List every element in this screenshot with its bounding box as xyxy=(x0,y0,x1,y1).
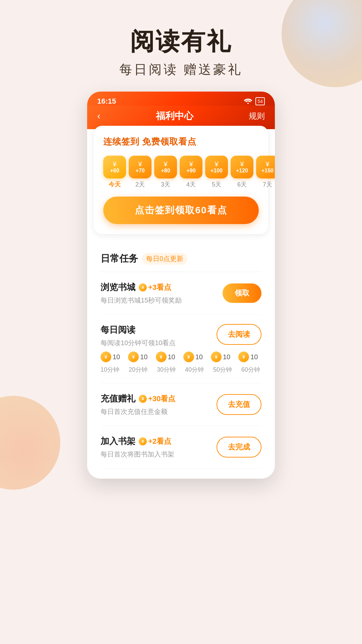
wifi-icon xyxy=(243,97,253,106)
coin-amount-5: +100 xyxy=(210,168,223,173)
day-label-6: 6天 xyxy=(237,180,247,189)
tasks-section: 日常任务 每日0点更新 浏览书城 ¥ +3看点 每日浏览书城15秒可领奖励 领取 xyxy=(87,243,275,479)
day-item-6: ¥ +120 6天 xyxy=(231,156,253,189)
signin-title: 连续签到 免费领取看点 xyxy=(103,136,259,148)
coin-badge-4: ¥ +90 xyxy=(180,156,202,178)
task-coin-shelf: ¥ +2看点 xyxy=(139,436,171,446)
coin-badge-3: ¥ +80 xyxy=(154,156,177,178)
yuan-icon-1: ¥ xyxy=(113,161,116,167)
yuan-icon-2: ¥ xyxy=(138,161,142,167)
task-coin-recharge: ¥ +30看点 xyxy=(139,394,175,404)
coin-amount-2: +70 xyxy=(135,168,144,173)
coin-badge-5: ¥ +100 xyxy=(205,156,228,178)
day-item-1: ¥ +60 今天 xyxy=(103,156,126,189)
small-coin-3: ¥ xyxy=(156,352,167,362)
status-icons: 54 xyxy=(243,97,265,106)
day-label-1: 今天 xyxy=(109,180,121,189)
bg-decoration-bottom-left xyxy=(0,396,60,490)
day-label-4: 4天 xyxy=(186,180,196,189)
task-name-shelf: 加入书架 xyxy=(101,435,135,447)
task-name-row-browse: 浏览书城 ¥ +3看点 xyxy=(101,281,223,293)
small-coin-6: ¥ xyxy=(238,352,249,362)
coin-badge-1: ¥ +60 xyxy=(103,156,126,178)
day-label-3: 3天 xyxy=(161,180,170,189)
yuan-icon-5: ¥ xyxy=(215,161,218,167)
phone-mockup: 16:15 54 ‹ 福利中心 规则 连续签到 xyxy=(87,92,275,479)
svg-point-0 xyxy=(247,103,249,104)
coin-amount-7: +150 xyxy=(261,168,274,173)
day-item-3: ¥ +80 3天 xyxy=(154,156,177,189)
small-coin-5: ¥ xyxy=(211,352,222,362)
progress-coins: ¥ 10 ¥ 10 ¥ 10 ¥ 10 xyxy=(101,352,261,362)
yuan-icon-7: ¥ xyxy=(265,161,269,167)
day-label-2: 2天 xyxy=(135,180,145,189)
day-item-7: ¥ +150 7天 xyxy=(256,156,275,189)
page-container: 阅读有礼 每日阅读 赠送豪礼 16:15 54 ‹ xyxy=(0,0,362,644)
coin-val-5: 10 xyxy=(223,353,230,361)
day-item-5: ¥ +100 5天 xyxy=(205,156,228,189)
coin-val-6: 10 xyxy=(250,353,258,361)
yuan-icon-6: ¥ xyxy=(240,161,244,167)
coin-amount-6: +120 xyxy=(236,168,248,173)
task-points-shelf: +2看点 xyxy=(148,436,171,446)
coin-val-4: 10 xyxy=(195,353,203,361)
day-label-7: 7天 xyxy=(263,180,272,189)
task-item-recharge: 充值赠礼 ¥ +30看点 每日首次充值任意金额 去充值 xyxy=(101,383,261,426)
coin-val-3: 10 xyxy=(168,353,175,361)
reading-go-button[interactable]: 去阅读 xyxy=(217,324,261,345)
coin-badge-6: ¥ +120 xyxy=(231,156,253,178)
coin-badge-7: ¥ +150 xyxy=(256,156,275,178)
coin-circle-recharge: ¥ xyxy=(139,395,147,403)
battery-level: 54 xyxy=(257,99,263,104)
days-row: ¥ +60 今天 ¥ +70 2天 ¥ +8 xyxy=(103,156,259,189)
time-1: 10分钟 xyxy=(101,366,121,374)
tasks-update: 每日0点更新 xyxy=(142,253,187,265)
coin-circle-browse: ¥ xyxy=(139,283,147,291)
task-coin-browse: ¥ +3看点 xyxy=(139,282,171,292)
progress-coin-5: ¥ 10 xyxy=(211,352,230,362)
task-item-reading: 每日阅读 每阅读10分钟可领10看点 去阅读 ¥ 10 ¥ xyxy=(101,315,261,383)
recharge-button[interactable]: 去充值 xyxy=(217,394,261,415)
task-name-row-reading: 每日阅读 xyxy=(101,324,217,336)
tasks-header: 日常任务 每日0点更新 xyxy=(101,243,261,272)
task-desc-browse: 每日浏览书城15秒可领奖励 xyxy=(101,297,182,304)
day-label-5: 5天 xyxy=(212,180,221,189)
progress-coin-1: ¥ 10 xyxy=(101,352,120,362)
progress-coin-4: ¥ 10 xyxy=(183,352,203,362)
task-desc-shelf: 每日首次将图书加入书架 xyxy=(101,450,174,458)
signin-cta-button[interactable]: 点击签到领取60看点 xyxy=(103,197,259,224)
tasks-title: 日常任务 xyxy=(101,252,138,265)
shelf-button[interactable]: 去完成 xyxy=(217,437,261,458)
status-bar: 16:15 54 xyxy=(87,92,275,106)
task-name-recharge: 充值赠礼 xyxy=(101,393,135,405)
coin-amount-1: +60 xyxy=(110,168,119,173)
coin-amount-3: +80 xyxy=(161,168,170,173)
time-3: 30分钟 xyxy=(157,366,177,374)
task-name-reading: 每日阅读 xyxy=(101,324,135,336)
task-info-reading: 每日阅读 每阅读10分钟可领10看点 xyxy=(101,324,217,347)
battery-indicator: 54 xyxy=(255,97,265,105)
yuan-icon-3: ¥ xyxy=(164,161,167,167)
task-info-shelf: 加入书架 ¥ +2看点 每日首次将图书加入书架 xyxy=(101,435,217,459)
browse-claim-button[interactable]: 领取 xyxy=(223,283,261,303)
rules-button[interactable]: 规则 xyxy=(249,111,265,121)
back-button[interactable]: ‹ xyxy=(97,111,100,121)
progress-coin-3: ¥ 10 xyxy=(156,352,175,362)
time-6: 60分钟 xyxy=(241,366,261,374)
coin-amount-4: +90 xyxy=(186,168,195,173)
status-time: 16:15 xyxy=(97,97,116,106)
task-info-recharge: 充值赠礼 ¥ +30看点 每日首次充值任意金额 xyxy=(101,393,217,416)
task-desc-reading: 每阅读10分钟可领10看点 xyxy=(101,339,176,346)
task-info-browse: 浏览书城 ¥ +3看点 每日浏览书城15秒可领奖励 xyxy=(101,281,223,305)
task-name-row-recharge: 充值赠礼 ¥ +30看点 xyxy=(101,393,217,405)
reading-progress: ¥ 10 ¥ 10 ¥ 10 ¥ 10 xyxy=(101,352,261,374)
task-points-recharge: +30看点 xyxy=(148,394,175,404)
small-coin-1: ¥ xyxy=(101,352,111,362)
yuan-icon-4: ¥ xyxy=(189,161,193,167)
progress-coin-2: ¥ 10 xyxy=(128,352,147,362)
time-4: 40分钟 xyxy=(185,366,205,374)
progress-coin-6: ¥ 10 xyxy=(238,352,258,362)
task-item-shelf: 加入书架 ¥ +2看点 每日首次将图书加入书架 去完成 xyxy=(101,426,261,469)
task-name-browse: 浏览书城 xyxy=(101,281,135,293)
task-name-row-shelf: 加入书架 ¥ +2看点 xyxy=(101,435,217,447)
